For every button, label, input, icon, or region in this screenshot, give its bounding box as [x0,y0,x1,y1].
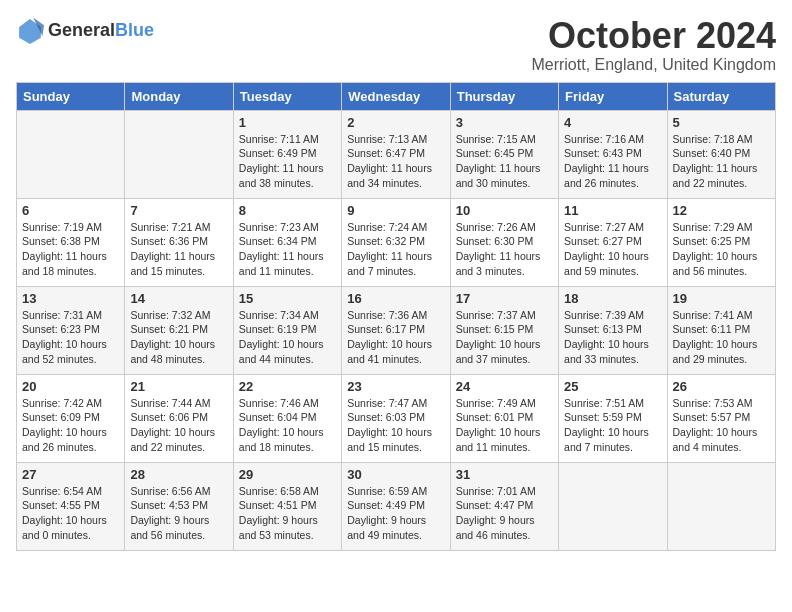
calendar-cell: 28Sunrise: 6:56 AM Sunset: 4:53 PM Dayli… [125,462,233,550]
calendar-cell: 6Sunrise: 7:19 AM Sunset: 6:38 PM Daylig… [17,198,125,286]
cell-details: Sunrise: 7:15 AM Sunset: 6:45 PM Dayligh… [456,132,553,191]
calendar-cell: 16Sunrise: 7:36 AM Sunset: 6:17 PM Dayli… [342,286,450,374]
cell-details: Sunrise: 7:46 AM Sunset: 6:04 PM Dayligh… [239,396,336,455]
day-number: 3 [456,115,553,130]
calendar-cell: 4Sunrise: 7:16 AM Sunset: 6:43 PM Daylig… [559,110,667,198]
week-row-2: 6Sunrise: 7:19 AM Sunset: 6:38 PM Daylig… [17,198,776,286]
cell-details: Sunrise: 7:36 AM Sunset: 6:17 PM Dayligh… [347,308,444,367]
day-number: 23 [347,379,444,394]
day-header-friday: Friday [559,82,667,110]
cell-details: Sunrise: 7:18 AM Sunset: 6:40 PM Dayligh… [673,132,770,191]
day-number: 12 [673,203,770,218]
day-number: 8 [239,203,336,218]
week-row-4: 20Sunrise: 7:42 AM Sunset: 6:09 PM Dayli… [17,374,776,462]
day-number: 4 [564,115,661,130]
calendar-cell: 22Sunrise: 7:46 AM Sunset: 6:04 PM Dayli… [233,374,341,462]
calendar-cell: 5Sunrise: 7:18 AM Sunset: 6:40 PM Daylig… [667,110,775,198]
day-number: 18 [564,291,661,306]
week-row-3: 13Sunrise: 7:31 AM Sunset: 6:23 PM Dayli… [17,286,776,374]
day-number: 29 [239,467,336,482]
calendar-cell: 10Sunrise: 7:26 AM Sunset: 6:30 PM Dayli… [450,198,558,286]
cell-details: Sunrise: 7:29 AM Sunset: 6:25 PM Dayligh… [673,220,770,279]
calendar-cell: 3Sunrise: 7:15 AM Sunset: 6:45 PM Daylig… [450,110,558,198]
calendar-cell: 27Sunrise: 6:54 AM Sunset: 4:55 PM Dayli… [17,462,125,550]
day-number: 15 [239,291,336,306]
calendar-cell: 19Sunrise: 7:41 AM Sunset: 6:11 PM Dayli… [667,286,775,374]
day-number: 24 [456,379,553,394]
cell-details: Sunrise: 7:39 AM Sunset: 6:13 PM Dayligh… [564,308,661,367]
day-number: 16 [347,291,444,306]
calendar-cell: 29Sunrise: 6:58 AM Sunset: 4:51 PM Dayli… [233,462,341,550]
calendar-cell: 21Sunrise: 7:44 AM Sunset: 6:06 PM Dayli… [125,374,233,462]
calendar-cell: 24Sunrise: 7:49 AM Sunset: 6:01 PM Dayli… [450,374,558,462]
calendar-cell [559,462,667,550]
day-number: 1 [239,115,336,130]
cell-details: Sunrise: 7:44 AM Sunset: 6:06 PM Dayligh… [130,396,227,455]
cell-details: Sunrise: 6:54 AM Sunset: 4:55 PM Dayligh… [22,484,119,543]
day-header-tuesday: Tuesday [233,82,341,110]
logo-icon [16,16,44,44]
day-number: 28 [130,467,227,482]
day-number: 26 [673,379,770,394]
cell-details: Sunrise: 7:11 AM Sunset: 6:49 PM Dayligh… [239,132,336,191]
logo-general: General [48,20,115,40]
month-title: October 2024 [531,16,776,56]
logo: GeneralBlue [16,16,154,44]
cell-details: Sunrise: 7:21 AM Sunset: 6:36 PM Dayligh… [130,220,227,279]
day-number: 17 [456,291,553,306]
logo-blue: Blue [115,20,154,40]
cell-details: Sunrise: 7:16 AM Sunset: 6:43 PM Dayligh… [564,132,661,191]
cell-details: Sunrise: 7:24 AM Sunset: 6:32 PM Dayligh… [347,220,444,279]
calendar-cell: 20Sunrise: 7:42 AM Sunset: 6:09 PM Dayli… [17,374,125,462]
cell-details: Sunrise: 7:53 AM Sunset: 5:57 PM Dayligh… [673,396,770,455]
cell-details: Sunrise: 6:59 AM Sunset: 4:49 PM Dayligh… [347,484,444,543]
cell-details: Sunrise: 7:26 AM Sunset: 6:30 PM Dayligh… [456,220,553,279]
cell-details: Sunrise: 7:51 AM Sunset: 5:59 PM Dayligh… [564,396,661,455]
cell-details: Sunrise: 7:27 AM Sunset: 6:27 PM Dayligh… [564,220,661,279]
day-number: 5 [673,115,770,130]
cell-details: Sunrise: 7:01 AM Sunset: 4:47 PM Dayligh… [456,484,553,543]
cell-details: Sunrise: 7:37 AM Sunset: 6:15 PM Dayligh… [456,308,553,367]
day-number: 31 [456,467,553,482]
day-number: 7 [130,203,227,218]
day-number: 14 [130,291,227,306]
page-header: GeneralBlue October 2024 Merriott, Engla… [16,16,776,74]
cell-details: Sunrise: 7:13 AM Sunset: 6:47 PM Dayligh… [347,132,444,191]
calendar-cell: 26Sunrise: 7:53 AM Sunset: 5:57 PM Dayli… [667,374,775,462]
day-number: 13 [22,291,119,306]
calendar-cell: 11Sunrise: 7:27 AM Sunset: 6:27 PM Dayli… [559,198,667,286]
day-number: 21 [130,379,227,394]
title-area: October 2024 Merriott, England, United K… [531,16,776,74]
calendar-cell: 18Sunrise: 7:39 AM Sunset: 6:13 PM Dayli… [559,286,667,374]
calendar-cell: 1Sunrise: 7:11 AM Sunset: 6:49 PM Daylig… [233,110,341,198]
day-number: 25 [564,379,661,394]
day-number: 20 [22,379,119,394]
calendar-cell: 13Sunrise: 7:31 AM Sunset: 6:23 PM Dayli… [17,286,125,374]
location-title: Merriott, England, United Kingdom [531,56,776,74]
calendar-cell: 15Sunrise: 7:34 AM Sunset: 6:19 PM Dayli… [233,286,341,374]
day-number: 10 [456,203,553,218]
day-header-row: SundayMondayTuesdayWednesdayThursdayFrid… [17,82,776,110]
cell-details: Sunrise: 7:19 AM Sunset: 6:38 PM Dayligh… [22,220,119,279]
day-header-thursday: Thursday [450,82,558,110]
day-number: 9 [347,203,444,218]
calendar-cell [17,110,125,198]
day-header-sunday: Sunday [17,82,125,110]
week-row-1: 1Sunrise: 7:11 AM Sunset: 6:49 PM Daylig… [17,110,776,198]
week-row-5: 27Sunrise: 6:54 AM Sunset: 4:55 PM Dayli… [17,462,776,550]
day-number: 27 [22,467,119,482]
cell-details: Sunrise: 7:32 AM Sunset: 6:21 PM Dayligh… [130,308,227,367]
calendar-cell: 30Sunrise: 6:59 AM Sunset: 4:49 PM Dayli… [342,462,450,550]
calendar-cell: 31Sunrise: 7:01 AM Sunset: 4:47 PM Dayli… [450,462,558,550]
cell-details: Sunrise: 7:47 AM Sunset: 6:03 PM Dayligh… [347,396,444,455]
day-number: 6 [22,203,119,218]
cell-details: Sunrise: 7:23 AM Sunset: 6:34 PM Dayligh… [239,220,336,279]
day-number: 2 [347,115,444,130]
calendar-table: SundayMondayTuesdayWednesdayThursdayFrid… [16,82,776,551]
calendar-cell: 2Sunrise: 7:13 AM Sunset: 6:47 PM Daylig… [342,110,450,198]
calendar-cell: 25Sunrise: 7:51 AM Sunset: 5:59 PM Dayli… [559,374,667,462]
calendar-cell: 8Sunrise: 7:23 AM Sunset: 6:34 PM Daylig… [233,198,341,286]
calendar-cell: 23Sunrise: 7:47 AM Sunset: 6:03 PM Dayli… [342,374,450,462]
day-number: 19 [673,291,770,306]
day-number: 30 [347,467,444,482]
